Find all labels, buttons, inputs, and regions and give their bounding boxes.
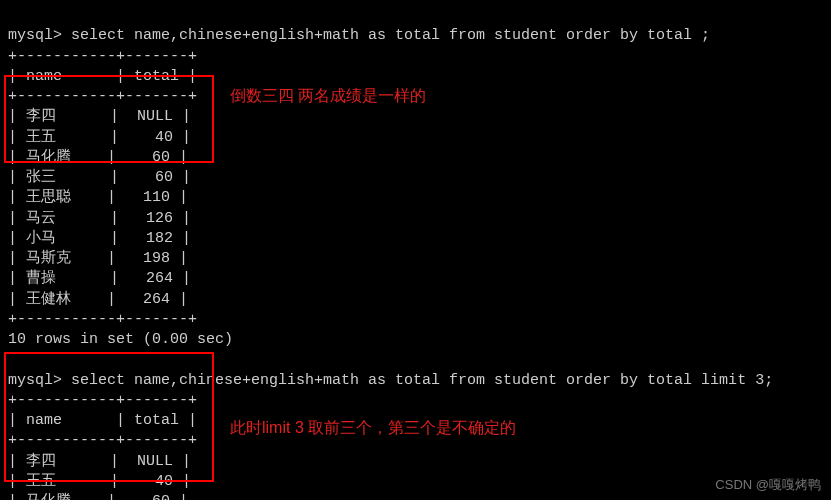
highlight-box-2 — [4, 352, 214, 482]
table-row: | 马云 | 126 | — [8, 210, 191, 227]
table-sep: +-----------+-------+ — [8, 48, 197, 65]
highlight-box-1 — [4, 75, 214, 163]
result-footer: 10 rows in set (0.00 sec) — [8, 331, 233, 348]
table-row: | 小马 | 182 | — [8, 230, 191, 247]
sql-query-1: select name,chinese+english+math as tota… — [62, 27, 710, 44]
table-row: | 张三 | 60 | — [8, 169, 191, 186]
annotation-2: 此时limit 3 取前三个，第三个是不确定的 — [230, 418, 516, 439]
prompt: mysql> — [8, 27, 62, 44]
table-row: | 马化腾 | 60 | — [8, 493, 188, 500]
table-row: | 马斯克 | 198 | — [8, 250, 188, 267]
annotation-1: 倒数三四 两名成绩是一样的 — [230, 86, 426, 107]
table-row: | 王思聪 | 110 | — [8, 189, 188, 206]
table-row: | 曹操 | 264 | — [8, 270, 191, 287]
table-row: | 王健林 | 264 | — [8, 291, 188, 308]
watermark: CSDN @嘎嘎烤鸭 — [715, 476, 821, 494]
table-sep: +-----------+-------+ — [8, 311, 197, 328]
